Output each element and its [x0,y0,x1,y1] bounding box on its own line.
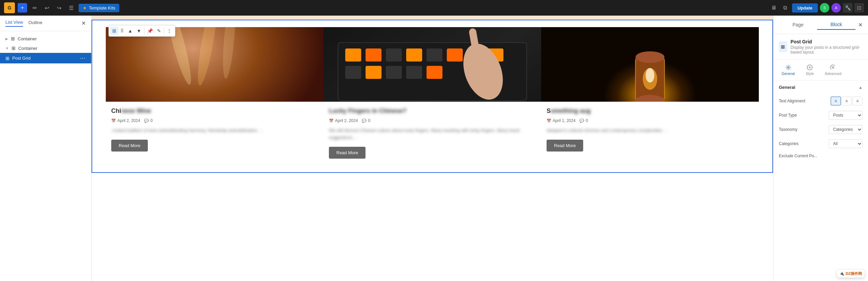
widget-header: ⊞ Post Grid Display your posts in a stru… [773,34,868,60]
svg-point-34 [787,67,789,68]
tab-general[interactable]: General [779,63,797,77]
svg-rect-12 [427,48,442,62]
settings-tabs-row: General Style Advanced [773,60,868,81]
tree-item-label-3: Post Grid [12,56,77,61]
avatar-s[interactable]: S [820,3,829,13]
read-more-button-1[interactable]: Read More [111,140,148,152]
comment-icon-3: 💬 [579,119,584,123]
avatar-a[interactable]: A [831,3,841,13]
align-center-button[interactable]: ≡ [842,97,852,105]
post-meta-3: 📅 April 1, 2024 💬 0 [547,118,753,123]
list-button[interactable]: ☰ [66,3,76,13]
monitor-icon[interactable]: 🖥 [769,3,778,13]
pin-button[interactable]: 📌 [145,27,155,35]
post-body-1: Chinese Wine 📅 April 2, 2024 💬 0 -rooted… [106,102,323,158]
canvas-top-bar [92,16,773,20]
tab-page[interactable]: Page [779,20,817,29]
tree-item-label-2: Container [18,46,86,51]
align-right-button[interactable]: ≡ [852,97,863,105]
post-grid-icon: ⊞ [5,56,9,61]
post-body-3: Something aug 📅 April 1, 2024 💬 0 steepe… [541,102,759,158]
svg-point-35 [832,67,834,68]
container-icon-2: ⊞ [12,45,16,51]
calendar-icon: 📅 [111,119,116,123]
arrange-up-button[interactable]: ▲ [126,27,135,35]
more-options-button[interactable]: ⋮ [165,27,174,35]
main-layout: List View Outline ✕ ▶ ⊞ Container ▼ ⊞ Co… [0,0,868,281]
svg-rect-10 [386,48,402,62]
external-link-icon[interactable]: ⧉ [781,3,790,13]
read-more-button-2[interactable]: Read More [329,147,366,159]
chevron-right-icon: ▶ [5,37,8,41]
edit-button[interactable]: ✎ [155,27,163,35]
pencil-icon[interactable]: ✏ [30,3,39,13]
calendar-icon-3: 📅 [547,119,551,123]
categories-row: Categories All [773,137,868,151]
item-options-icon[interactable]: ⋯ [80,55,86,61]
right-panel-header: Page Block ✕ [773,16,868,34]
svg-rect-20 [427,66,442,79]
right-panel-close-button[interactable]: ✕ [858,22,863,28]
topbar-right: 🖥 ⧉ Update S A 🔧 ⊡ [769,3,864,13]
tree-item-post-grid[interactable]: ⊞ Post Grid ⋯ [0,53,91,63]
general-section-header[interactable]: General ▲ [773,81,868,94]
comment-icon: 💬 [144,119,149,123]
right-panel: Page Block ✕ ⊞ Post Grid Display your po… [773,16,868,281]
tab-advanced[interactable]: Advanced [822,63,844,77]
chevron-down-icon: ▼ [5,46,9,50]
canvas-area[interactable]: ⊞ ⠿ ▲ ▼ 📌 ✎ ⋮ [92,16,773,281]
post-excerpt-1: -rooted tradition of wine and celebratin… [111,127,318,134]
calendar-icon-2: 📅 [329,119,334,123]
text-alignment-label: Text Alignment [779,99,805,103]
post-meta-1: 📅 April 2, 2024 💬 0 [111,118,318,123]
logo[interactable]: G [4,2,15,13]
comment-icon-2: 💬 [362,119,367,123]
tree-item-container-2[interactable]: ▼ ⊞ Container [0,43,91,53]
topbar: G + ✏ ↩ ↪ ☰ ★ Template Kits 🖥 ⧉ Update S… [0,0,868,16]
dz-badge-icon: 🔌 [840,272,844,276]
arrange-down-button[interactable]: ▼ [135,27,143,35]
svg-rect-9 [366,48,381,62]
grid-view-button[interactable]: ⊞ [110,27,118,35]
post-title-3: Something aug [547,107,753,115]
taxonomy-label: Taxonomy [779,127,797,132]
tab-outline[interactable]: Outline [28,20,42,26]
post-image-2 [323,27,541,102]
template-kits-button[interactable]: ★ Template Kits [79,4,119,12]
post-title-2: Lucky Fingers in Chinese? [329,107,536,115]
post-image-1 [106,27,323,102]
exclude-current-row: Exclude Current Po... [773,151,868,161]
post-type-select[interactable]: Posts [829,111,863,120]
categories-select[interactable]: All [829,139,863,148]
tab-list-view[interactable]: List View [5,20,23,27]
svg-rect-18 [386,66,402,79]
post-excerpt-2: We will discuss Chinese culture about lu… [329,127,536,141]
panel-close-button[interactable]: ✕ [81,20,86,26]
svg-rect-19 [406,66,422,79]
collapse-icon: ▲ [859,85,863,90]
widget-icon: ⊞ [779,41,787,52]
taxonomy-select[interactable]: Categories [829,125,863,134]
svg-rect-13 [447,48,463,62]
alignment-group: ≡ ≡ ≡ [831,97,863,105]
svg-rect-0 [106,27,323,102]
add-button[interactable]: + [18,3,27,13]
post-card-2: Lucky Fingers in Chinese? 📅 April 2, 202… [323,27,541,165]
undo-button[interactable]: ↩ [42,3,52,13]
tree-item-container-1[interactable]: ▶ ⊞ Container [0,34,91,43]
star-icon: ★ [83,5,87,11]
tab-style[interactable]: Style [803,63,816,77]
exclude-current-label: Exclude Current Po... [779,154,817,158]
redo-button[interactable]: ↪ [54,3,64,13]
plugins-icon[interactable]: 🔧 [843,3,852,13]
move-button[interactable]: ⠿ [118,27,126,35]
post-title-1: Chinese Wine [111,107,318,115]
read-more-button-3[interactable]: Read More [547,140,583,152]
sidebar-toggle-icon[interactable]: ⊡ [854,3,864,13]
svg-rect-11 [406,48,422,62]
widget-info: Post Grid Display your posts in a struct… [791,39,863,55]
tab-block[interactable]: Block [817,20,855,30]
svg-rect-17 [366,66,381,79]
align-left-button[interactable]: ≡ [831,97,841,105]
update-button[interactable]: Update [792,3,818,13]
